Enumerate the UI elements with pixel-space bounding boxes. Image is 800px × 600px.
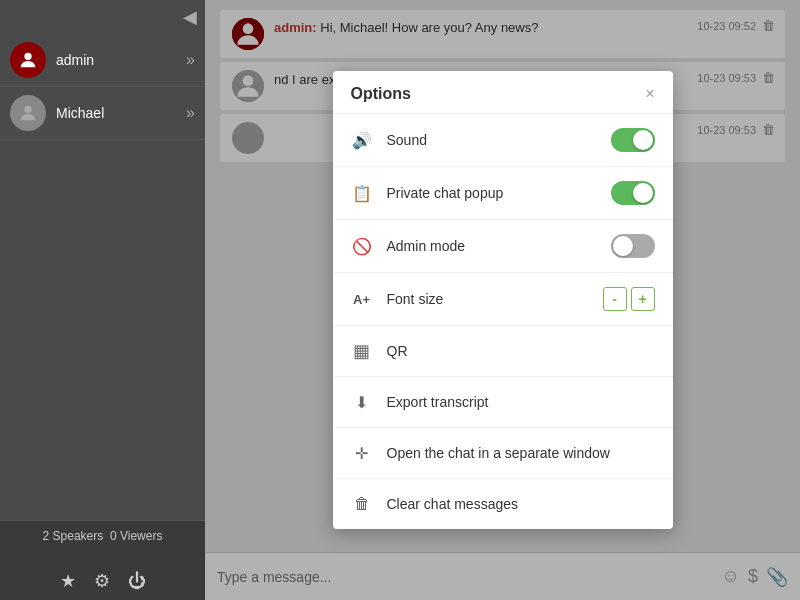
sound-label: Sound: [387, 132, 597, 148]
font-size-controls: - +: [603, 287, 655, 311]
sidebar-footer: 2 Speakers 0 Viewers ★ ⚙ ⏻: [0, 520, 205, 600]
sound-toggle-knob: [633, 130, 653, 150]
admin-chevron-icon: »: [186, 51, 195, 69]
private-chat-toggle[interactable]: [611, 181, 655, 205]
modal-header: Options ×: [333, 71, 673, 114]
svg-point-0: [24, 53, 31, 60]
option-sound[interactable]: 🔊 Sound: [333, 114, 673, 167]
sound-toggle[interactable]: [611, 128, 655, 152]
admin-mode-toggle-switch[interactable]: [611, 234, 655, 258]
option-qr[interactable]: ▦ QR: [333, 326, 673, 377]
svg-point-1: [24, 106, 31, 113]
open-window-label: Open the chat in a separate window: [387, 445, 655, 461]
clear-chat-label: Clear chat messages: [387, 496, 655, 512]
sound-toggle-switch[interactable]: [611, 128, 655, 152]
settings-button[interactable]: ⚙: [94, 570, 110, 592]
admin-avatar: [10, 42, 46, 78]
private-chat-toggle-switch[interactable]: [611, 181, 655, 205]
qr-label: QR: [387, 343, 655, 359]
admin-mode-toggle-knob: [613, 236, 633, 256]
option-clear-chat[interactable]: 🗑 Clear chat messages: [333, 479, 673, 529]
font-size-label: Font size: [387, 291, 589, 307]
user-list: admin » Michael »: [0, 34, 205, 520]
sidebar-item-admin[interactable]: admin »: [0, 34, 205, 87]
option-admin-mode[interactable]: 🚫 Admin mode: [333, 220, 673, 273]
private-chat-icon: 📋: [351, 182, 373, 204]
collapse-icon: ◀: [183, 6, 197, 28]
option-open-chat-window[interactable]: ✛ Open the chat in a separate window: [333, 428, 673, 479]
option-export-transcript[interactable]: ⬇ Export transcript: [333, 377, 673, 428]
private-chat-label: Private chat popup: [387, 185, 597, 201]
michael-username: Michael: [56, 105, 186, 121]
sidebar: ◀ admin » Michael » 2 Speakers 0 Viewers…: [0, 0, 205, 600]
qr-icon: ▦: [351, 340, 373, 362]
clear-chat-icon: 🗑: [351, 493, 373, 515]
admin-username: admin: [56, 52, 186, 68]
option-font-size[interactable]: A+ Font size - +: [333, 273, 673, 326]
modal-title: Options: [351, 85, 411, 103]
star-button[interactable]: ★: [60, 570, 76, 592]
font-decrease-button[interactable]: -: [603, 287, 627, 311]
michael-avatar: [10, 95, 46, 131]
admin-mode-toggle[interactable]: [611, 234, 655, 258]
export-icon: ⬇: [351, 391, 373, 413]
michael-chevron-icon: »: [186, 104, 195, 122]
main-area: admin: Hi, Michael! How are you? Any new…: [205, 0, 800, 600]
sidebar-item-michael[interactable]: Michael »: [0, 87, 205, 140]
modal-close-button[interactable]: ×: [645, 86, 654, 102]
power-button[interactable]: ⏻: [128, 570, 146, 592]
modal-overlay: Options × 🔊 Sound 📋 Private chat popup: [205, 0, 800, 600]
private-chat-toggle-knob: [633, 183, 653, 203]
font-increase-button[interactable]: +: [631, 287, 655, 311]
speakers-viewers-label: 2 Speakers 0 Viewers: [43, 529, 163, 543]
admin-mode-icon: 🚫: [351, 235, 373, 257]
sound-icon: 🔊: [351, 129, 373, 151]
font-size-icon: A+: [351, 288, 373, 310]
open-window-icon: ✛: [351, 442, 373, 464]
sidebar-action-buttons: ★ ⚙ ⏻: [60, 570, 146, 592]
admin-mode-label: Admin mode: [387, 238, 597, 254]
option-private-chat[interactable]: 📋 Private chat popup: [333, 167, 673, 220]
export-label: Export transcript: [387, 394, 655, 410]
options-modal: Options × 🔊 Sound 📋 Private chat popup: [333, 71, 673, 529]
sidebar-collapse[interactable]: ◀: [0, 0, 205, 34]
